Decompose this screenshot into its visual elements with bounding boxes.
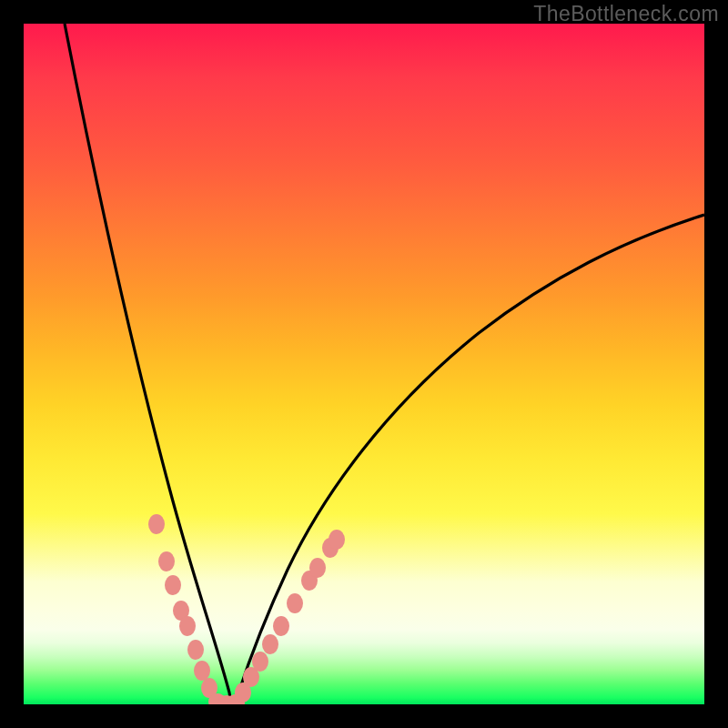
left-curve xyxy=(65,24,231,704)
marker-dot xyxy=(309,558,326,578)
right-curve xyxy=(235,215,704,704)
marker-dot xyxy=(158,551,175,571)
marker-dot xyxy=(329,530,345,550)
chart-frame xyxy=(24,24,704,704)
marker-dot xyxy=(287,593,303,613)
marker-group xyxy=(148,514,345,704)
marker-dot xyxy=(148,514,165,534)
marker-dot xyxy=(252,652,268,672)
marker-dot xyxy=(187,640,204,660)
marker-dot xyxy=(194,661,210,681)
marker-dot xyxy=(273,616,289,636)
marker-dot xyxy=(179,616,196,636)
marker-dot xyxy=(262,634,278,654)
marker-dot xyxy=(165,575,181,595)
watermark-text: TheBottleneck.com xyxy=(533,2,719,26)
chart-svg xyxy=(24,24,704,704)
